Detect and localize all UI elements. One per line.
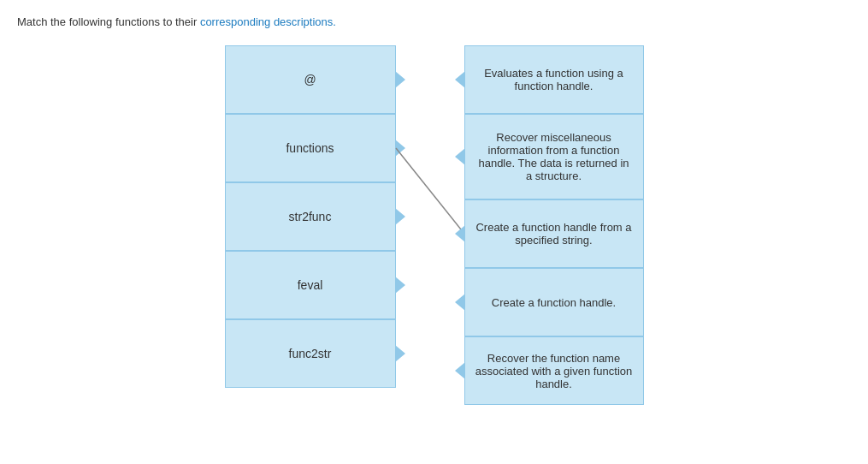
right-label-desc5: Recover the function name associated wit…: [475, 352, 633, 390]
right-label-desc1: Evaluates a function using a function ha…: [475, 67, 633, 92]
left-label-str2func: str2func: [289, 210, 332, 223]
left-item-feval[interactable]: feval: [225, 251, 396, 319]
svg-line-0: [396, 148, 464, 234]
right-label-desc2: Recover miscellaneous information from a…: [475, 131, 633, 182]
left-item-str2func[interactable]: str2func: [225, 182, 396, 251]
left-item-func2str[interactable]: func2str: [225, 319, 396, 388]
left-label-functions: functions: [286, 141, 334, 155]
right-item-desc1[interactable]: Evaluates a function using a function ha…: [464, 45, 644, 114]
right-item-desc5[interactable]: Recover the function name associated wit…: [464, 336, 644, 405]
right-item-desc3[interactable]: Create a function handle from a specifie…: [464, 199, 644, 268]
left-label-at: @: [304, 73, 316, 86]
right-item-desc2[interactable]: Recover miscellaneous information from a…: [464, 114, 644, 199]
connector-area: [396, 45, 464, 388]
left-label-feval: feval: [298, 278, 323, 292]
matching-area: @ functions str2func feval func2str Eval…: [0, 45, 868, 405]
connection-lines: [396, 45, 464, 388]
instructions: Match the following functions to their c…: [0, 0, 868, 37]
highlight-text: corresponding descriptions.: [200, 15, 336, 28]
right-label-desc4: Create a function handle.: [492, 296, 616, 309]
right-item-desc4[interactable]: Create a function handle.: [464, 268, 644, 336]
right-label-desc3: Create a function handle from a specifie…: [475, 221, 633, 247]
left-item-functions[interactable]: functions: [225, 114, 396, 182]
left-column: @ functions str2func feval func2str: [225, 45, 396, 388]
left-label-func2str: func2str: [289, 347, 332, 360]
left-item-at[interactable]: @: [225, 45, 396, 114]
right-column: Evaluates a function using a function ha…: [464, 45, 644, 405]
